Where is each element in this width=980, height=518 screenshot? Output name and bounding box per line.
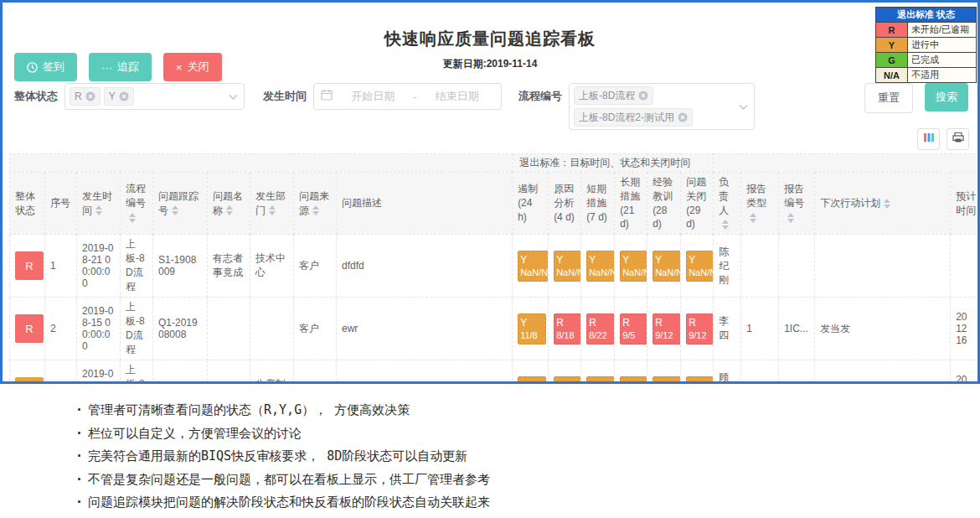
track-no-cell: S1-1908003	[153, 360, 208, 381]
phase-badge: Y11/8	[518, 313, 546, 344]
expected-time-cell: 20 30 12	[951, 360, 976, 381]
end-date-placeholder: 结束日期	[420, 89, 494, 104]
occur-time-cell: 2019-08-09 00:00:00	[77, 360, 121, 381]
search-button[interactable]: 搜索	[925, 83, 968, 111]
phase-status: Y	[689, 380, 695, 381]
close-button[interactable]: × 关闭	[163, 53, 222, 81]
column-header-label: 流程编号	[126, 183, 146, 209]
column-header-label: 负责人	[719, 176, 729, 216]
phase-date: 8/22	[589, 329, 612, 342]
tag-close-icon[interactable]	[678, 112, 688, 122]
sort-caret-icon[interactable]	[95, 205, 102, 215]
column-header[interactable]: 发生部门	[250, 173, 294, 235]
process-cell: 上板-8D流程	[121, 360, 153, 381]
sort-asc-icon	[722, 220, 729, 224]
issue-name-cell: 有志者事竟成	[208, 235, 250, 298]
reset-button[interactable]: 重置	[864, 83, 913, 113]
tag-close-icon[interactable]	[85, 91, 95, 101]
process-no-select[interactable]: 上板-8D流程上板-8D流程2-测试用	[569, 83, 755, 130]
expected-time-cell: 20 12 16	[951, 298, 976, 360]
sign-in-label: 签到	[43, 60, 64, 75]
column-header[interactable]: 报告类型	[741, 173, 779, 235]
column-header-row: 整体状态序号发生时间流程编号问题跟踪号问题名称发生部门问题来源问题描述遏制(24…	[10, 173, 977, 235]
overall-status-cell: Y	[10, 360, 45, 381]
column-header[interactable]: 问题来源	[294, 173, 337, 235]
report-type-cell	[741, 235, 779, 298]
phase-badge: YNaN/Na	[652, 251, 681, 282]
status-badge: R	[15, 314, 44, 343]
columns-icon	[923, 132, 935, 147]
phase-cell: Y8/17	[581, 360, 615, 381]
phase-status: Y	[589, 254, 596, 266]
seq-cell: 2	[45, 298, 77, 360]
sort-desc-icon	[269, 211, 276, 215]
chevron-down-icon	[229, 89, 238, 104]
filter-bar: 整体状态 RY 发生时间 开始日期 - 结束日期 流程编号 上板-8D流程上板-…	[14, 83, 973, 130]
column-header[interactable]: 负责人	[714, 173, 741, 235]
legend-status-label: 进行中	[908, 38, 977, 53]
sort-asc-icon	[750, 213, 756, 217]
sort-caret-icon[interactable]	[312, 205, 319, 215]
table-row: Y32019-08-09 00:00:00上板-8D流程S1-1908003生产…	[10, 360, 977, 381]
occur-time-cell: 2019-08-15 00:00:00	[77, 298, 121, 360]
calendar-icon	[321, 89, 333, 104]
feature-notes: 管理者可清晰查看问题的状态（R,Y,G）， 方便高效决策栏位可以自定义，方便管理…	[75, 399, 980, 515]
legend-status-label: 已完成	[908, 53, 977, 68]
report-no-cell: 1IC...	[779, 298, 815, 360]
column-header[interactable]: 问题跟踪号	[153, 173, 208, 235]
sort-caret-icon[interactable]	[884, 199, 890, 209]
sort-caret-icon[interactable]	[722, 220, 729, 230]
column-settings-button[interactable]	[917, 128, 940, 150]
column-header-label: 问题关闭(29 d)	[686, 176, 706, 230]
filter-tag: R	[70, 87, 101, 106]
column-header[interactable]: 报告编号	[779, 173, 815, 235]
phase-status: Y	[622, 254, 629, 266]
sort-caret-icon[interactable]	[269, 205, 276, 215]
owner-cell: 李四	[714, 298, 741, 360]
phase-date: 9/12	[689, 329, 712, 342]
phase-badge: YNaN/Na	[620, 251, 647, 282]
track-button[interactable]: ··· 追踪	[89, 53, 152, 81]
column-header-label: 问题跟踪号	[158, 190, 199, 216]
issue-table-wrapper[interactable]: 退出标准：目标时间、状态和关闭时间 整体状态序号发生时间流程编号问题跟踪号问题名…	[9, 153, 976, 381]
column-header-label: 经验教训(28 d)	[652, 176, 673, 230]
column-header[interactable]: 流程编号	[121, 173, 153, 235]
start-date-placeholder: 开始日期	[336, 89, 410, 104]
column-header[interactable]: 发生时间	[77, 173, 121, 235]
overall-status-select[interactable]: RY	[64, 83, 245, 110]
legend-row: G已完成	[876, 53, 977, 68]
sort-caret-icon[interactable]	[172, 205, 178, 215]
print-export-button[interactable]	[946, 128, 969, 150]
dept-cell: 生产制造部	[250, 360, 294, 381]
dashboard-panel: 快速响应质量问题追踪看板 更新日期:2019-11-14 签到 ··· 追踪 ×…	[0, 0, 980, 384]
issue-name-cell	[208, 360, 250, 381]
phase-badge: Y9/7	[686, 376, 714, 381]
tag-close-icon[interactable]	[638, 91, 648, 101]
legend-body: R未开始/已逾期Y进行中G已完成N/A不适用	[876, 23, 977, 83]
dept-cell: 技术中心	[250, 235, 294, 298]
sort-caret-icon[interactable]	[226, 205, 233, 215]
column-header[interactable]: 问题名称	[208, 173, 250, 235]
column-header-label: 预计时间	[956, 190, 976, 216]
column-header: 短期措施(7 d)	[581, 173, 615, 235]
occur-time-range-picker[interactable]: 开始日期 - 结束日期	[313, 83, 502, 110]
column-header-label: 原因分析(4 d)	[554, 183, 575, 223]
sort-caret-icon[interactable]	[787, 213, 794, 223]
phase-status: R	[589, 317, 596, 329]
sort-desc-icon	[129, 219, 136, 223]
dept-cell	[250, 298, 294, 360]
owner-cell: 陈纪刚	[714, 235, 741, 298]
sign-in-button[interactable]: 签到	[14, 53, 77, 81]
description-cell: dfdfd	[337, 235, 513, 298]
sort-caret-icon[interactable]	[750, 213, 756, 223]
note-item: 管理者可清晰查看问题的状态（R,Y,G）， 方便高效决策	[75, 399, 980, 422]
column-header-label: 整体状态	[15, 190, 35, 216]
toolbar: 签到 ··· 追踪 × 关闭	[14, 53, 222, 81]
sort-caret-icon[interactable]	[129, 213, 136, 223]
column-header[interactable]: 下次行动计划	[815, 173, 951, 235]
phase-date: NaN/Na	[589, 267, 615, 279]
column-header-label: 报告编号	[784, 183, 804, 209]
tag-close-icon[interactable]	[119, 91, 129, 101]
group-header-blank-right	[714, 154, 976, 173]
column-header: 整体状态	[10, 173, 45, 235]
